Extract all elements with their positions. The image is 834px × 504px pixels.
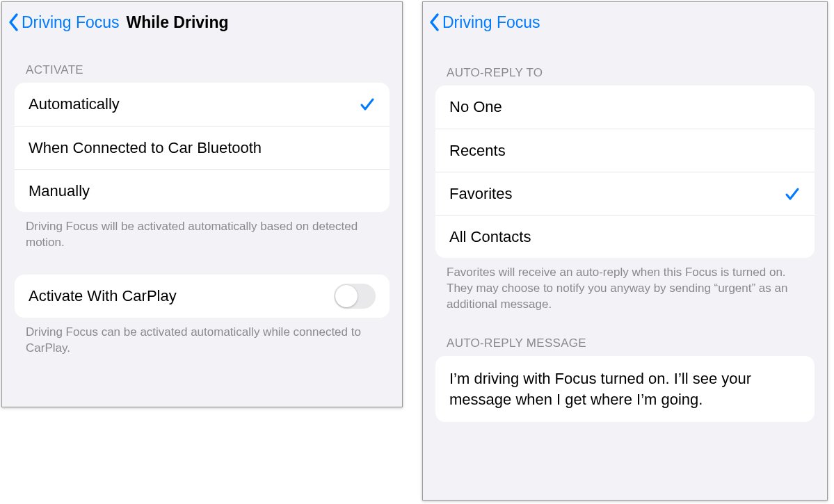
toggle-knob [335, 285, 358, 307]
activate-options-group: Automatically When Connected to Car Blue… [15, 83, 390, 212]
option-label: Recents [449, 142, 506, 160]
nav-bar: Driving Focus While Driving [2, 2, 402, 42]
section-footer-activate: Driving Focus will be activated automati… [2, 212, 402, 251]
option-label: No One [449, 98, 502, 116]
section-header-autoreply-message: Auto-Reply Message [423, 313, 827, 356]
panel-while-driving: Driving Focus While Driving Activate Aut… [1, 1, 403, 407]
section-header-activate: Activate [2, 42, 402, 83]
option-no-one[interactable]: No One [435, 86, 815, 129]
carplay-group: Activate With CarPlay [15, 275, 390, 318]
chevron-left-icon [8, 13, 20, 32]
option-label: When Connected to Car Bluetooth [29, 139, 262, 157]
section-footer-carplay: Driving Focus can be activated automatic… [2, 318, 402, 357]
page-title: While Driving [127, 13, 229, 32]
checkmark-icon [784, 186, 801, 202]
option-label: Automatically [29, 95, 120, 113]
back-label: Driving Focus [22, 13, 120, 32]
section-footer-autoreply-to: Favorites will receive an auto-reply whe… [423, 258, 827, 313]
row-activate-carplay[interactable]: Activate With CarPlay [15, 275, 390, 318]
option-car-bluetooth[interactable]: When Connected to Car Bluetooth [15, 126, 390, 169]
section-header-autoreply-to: Auto-Reply To [423, 42, 827, 86]
back-button[interactable]: Driving Focus [428, 13, 540, 32]
back-button[interactable]: Driving Focus [8, 13, 120, 32]
option-label: Manually [29, 182, 90, 200]
carplay-label: Activate With CarPlay [29, 287, 177, 305]
option-label: Favorites [449, 185, 512, 203]
option-all-contacts[interactable]: All Contacts [435, 215, 815, 258]
checkmark-icon [359, 96, 376, 113]
nav-bar: Driving Focus [423, 2, 827, 42]
option-favorites[interactable]: Favorites [435, 172, 815, 215]
autoreply-message-field[interactable]: I’m driving with Focus turned on. I’ll s… [435, 356, 815, 422]
panel-auto-reply: Driving Focus Auto-Reply To No One Recen… [422, 1, 828, 501]
autoreply-options-group: No One Recents Favorites All Contacts [435, 86, 815, 258]
chevron-left-icon [428, 13, 441, 32]
option-recents[interactable]: Recents [435, 129, 815, 172]
option-label: All Contacts [449, 228, 531, 246]
option-automatically[interactable]: Automatically [15, 83, 390, 126]
carplay-toggle[interactable] [334, 284, 376, 309]
back-label: Driving Focus [442, 13, 540, 32]
option-manually[interactable]: Manually [15, 169, 390, 212]
